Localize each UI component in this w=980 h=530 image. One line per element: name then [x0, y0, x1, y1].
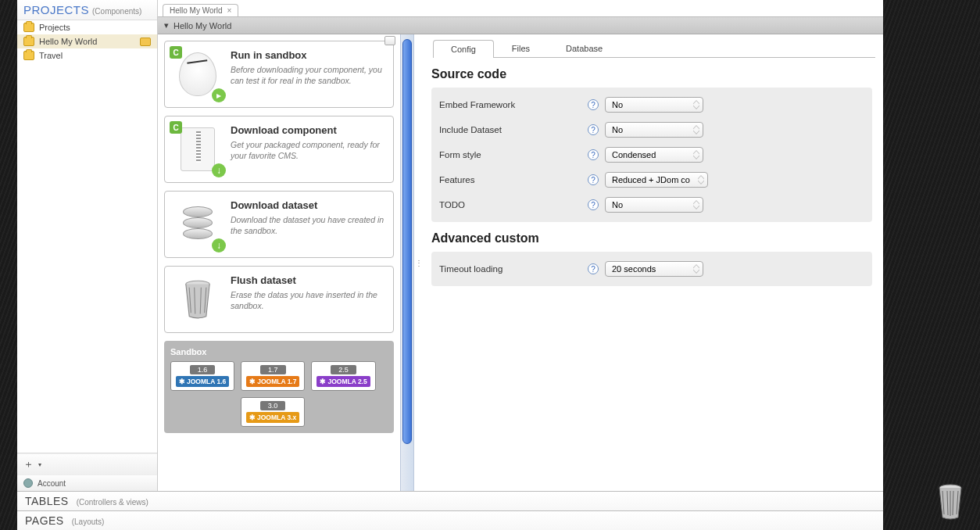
sidebar-item-hello-my-world[interactable]: Hello My World: [17, 34, 157, 48]
splitter-handle[interactable]: ⋮: [414, 34, 424, 491]
sandbox-version-17[interactable]: 1.7 ✱ JOOMLA 1.7: [241, 361, 305, 391]
action-download-dataset[interactable]: ↓ Download dataset Download the dataset …: [164, 191, 394, 258]
section-heading-source-code: Source code: [431, 67, 872, 81]
help-icon[interactable]: ?: [588, 149, 599, 160]
form-style-select[interactable]: Condensed: [605, 147, 703, 163]
sidebar: PROJECTS (Components) Projects Hello My …: [17, 0, 158, 491]
document-tab-label: Hello My World: [170, 6, 223, 15]
sandbox-section: Sandbox 1.6 ✱ JOOMLA 1.6 1.7 ✱ JOOMLA 1.…: [164, 341, 394, 433]
tab-config[interactable]: Config: [433, 40, 494, 58]
section-heading-advanced-custom: Advanced custom: [431, 231, 872, 245]
include-dataset-select[interactable]: No: [605, 122, 703, 138]
help-icon[interactable]: ?: [588, 174, 599, 185]
section-pages[interactable]: PAGES (Layouts): [17, 510, 883, 530]
timeout-loading-select[interactable]: 20 seconds: [605, 261, 703, 277]
section-subtitle: (Layouts): [72, 517, 105, 526]
sidebar-subtitle: (Components): [92, 7, 141, 16]
actions-panel: C▸ Run in sandbox Before downloading you…: [158, 34, 400, 491]
joomla-badge: ✱ JOOMLA 3.x: [246, 412, 299, 423]
version-badge: 2.5: [331, 365, 356, 374]
section-title: PAGES: [25, 514, 64, 527]
action-desc: Get your packaged component, ready for y…: [231, 139, 385, 161]
sidebar-list: Projects Hello My World Travel: [17, 20, 157, 453]
folder-icon: [140, 38, 151, 46]
joomla-badge: ✱ JOOMLA 1.6: [176, 376, 229, 387]
user-icon: [23, 478, 33, 488]
add-project-button[interactable]: ＋ ▾: [17, 453, 157, 474]
tab-files[interactable]: Files: [494, 39, 548, 57]
sidebar-item-label: Travel: [39, 51, 63, 60]
sidebar-title: PROJECTS: [23, 3, 89, 16]
sandbox-title: Sandbox: [170, 347, 388, 356]
row-form-style: Form style ? Condensed: [438, 142, 866, 167]
embed-framework-select[interactable]: No: [605, 97, 703, 113]
trash-bin-icon[interactable]: [935, 483, 966, 521]
sandbox-version-16[interactable]: 1.6 ✱ JOOMLA 1.6: [170, 361, 234, 391]
action-title: Run in sandbox: [231, 49, 385, 61]
row-include-dataset: Include Dataset ? No: [438, 117, 866, 142]
sandbox-version-30[interactable]: 3.0 ✱ JOOMLA 3.x: [241, 397, 305, 427]
box-icon: [23, 23, 34, 32]
zip-icon: C↓: [173, 124, 223, 174]
section-subtitle: (Controllers & views): [77, 498, 148, 507]
tab-database[interactable]: Database: [548, 39, 621, 57]
box-icon: [23, 51, 34, 60]
plus-icon: ＋: [23, 457, 34, 471]
document-tab[interactable]: Hello My World ×: [163, 4, 238, 16]
field-label: Timeout loading: [439, 264, 588, 274]
row-features: Features ? Reduced + JDom co: [438, 167, 866, 192]
help-icon[interactable]: ?: [588, 263, 599, 274]
collapse-toggle[interactable]: [384, 36, 395, 45]
app-window: PROJECTS (Components) Projects Hello My …: [17, 0, 883, 530]
features-select[interactable]: Reduced + JDom co: [605, 172, 708, 188]
action-download-component[interactable]: C↓ Download component Get your packaged …: [164, 116, 394, 183]
action-desc: Download the dataset you have created in…: [231, 214, 385, 236]
breadcrumb-label: Hello My World: [173, 21, 231, 30]
action-run-sandbox[interactable]: C▸ Run in sandbox Before downloading you…: [164, 41, 394, 108]
sidebar-item-projects[interactable]: Projects: [17, 20, 157, 34]
sidebar-item-travel[interactable]: Travel: [17, 48, 157, 63]
field-label: Form style: [439, 150, 588, 159]
scrollbar-thumb[interactable]: [402, 39, 412, 444]
version-badge: 3.0: [260, 401, 286, 410]
config-body: Source code Embed Framework ? No Include…: [428, 58, 875, 300]
action-flush-dataset[interactable]: Flush dataset Erase the datas you have i…: [164, 266, 394, 333]
version-badge: 1.6: [190, 365, 216, 374]
help-icon[interactable]: ?: [588, 124, 599, 135]
row-embed-framework: Embed Framework ? No: [438, 92, 866, 117]
config-group-advanced: Timeout loading ? 20 seconds: [431, 252, 872, 286]
sidebar-footer: ＋ ▾ Account: [17, 453, 157, 491]
close-icon[interactable]: ×: [227, 6, 232, 15]
section-tables[interactable]: TABLES (Controllers & views): [17, 491, 883, 510]
config-group-source-code: Embed Framework ? No Include Dataset ? N…: [431, 88, 872, 222]
egg-icon: C▸: [173, 49, 223, 99]
help-icon[interactable]: ?: [588, 199, 599, 210]
joomla-badge: ✱ JOOMLA 2.5: [317, 376, 370, 387]
row-timeout-loading: Timeout loading ? 20 seconds: [438, 256, 866, 281]
sidebar-header-projects[interactable]: PROJECTS (Components): [17, 0, 157, 20]
account-label: Account: [38, 479, 66, 488]
config-panel: Config Files Database Source code Embed …: [424, 34, 883, 491]
box-icon: [23, 37, 34, 46]
vertical-scrollbar[interactable]: [400, 34, 414, 491]
account-link[interactable]: Account: [17, 474, 157, 491]
action-title: Download dataset: [231, 199, 385, 211]
main-area: Hello My World × ▾ Hello My World C▸: [158, 0, 883, 491]
field-label: Features: [439, 175, 588, 184]
help-icon[interactable]: ?: [588, 99, 599, 110]
dropdown-caret-icon: ▾: [38, 461, 41, 468]
database-icon: ↓: [173, 199, 223, 249]
document-tabbar: Hello My World ×: [158, 0, 883, 17]
field-label: TODO: [439, 200, 588, 209]
todo-select[interactable]: No: [605, 197, 703, 213]
row-todo: TODO ? No: [438, 192, 866, 217]
sidebar-item-label: Hello My World: [39, 37, 97, 46]
chevron-down-icon: ▾: [164, 20, 169, 30]
trash-icon: [173, 274, 223, 324]
breadcrumb[interactable]: ▾ Hello My World: [158, 17, 883, 34]
joomla-badge: ✱ JOOMLA 1.7: [246, 376, 299, 387]
action-title: Flush dataset: [231, 274, 385, 286]
sandbox-version-25[interactable]: 2.5 ✱ JOOMLA 2.5: [311, 361, 375, 391]
action-title: Download component: [231, 124, 385, 136]
version-badge: 1.7: [260, 365, 286, 374]
